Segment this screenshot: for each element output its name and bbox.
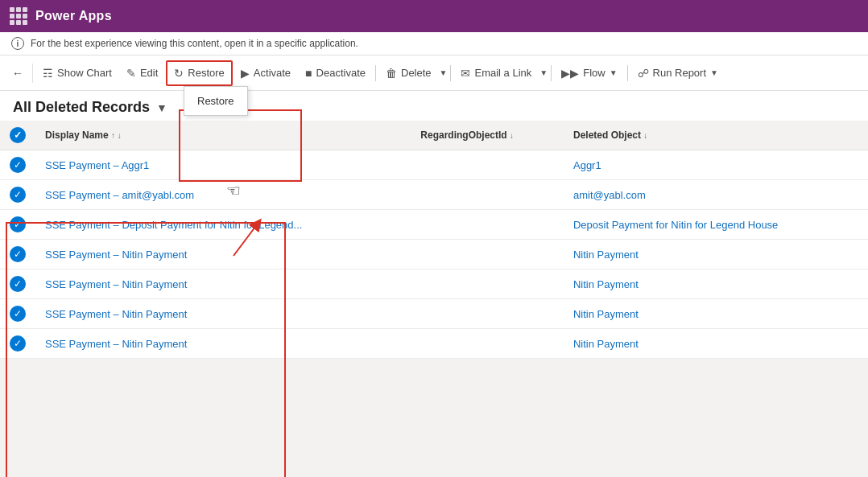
report-icon: ☍ — [638, 67, 649, 80]
check-icon[interactable]: ✓ — [10, 276, 26, 292]
restore-tooltip: Restore — [184, 86, 248, 116]
row-deleted-object[interactable]: Aggr1 — [564, 150, 868, 180]
header-checkbox[interactable]: ✓ — [10, 127, 26, 143]
display-name-link[interactable]: SSE Payment – Deposit Payment for Nitin … — [45, 219, 302, 231]
row-regarding-object-id — [411, 299, 564, 329]
row-regarding-object-id — [411, 329, 564, 359]
row-regarding-object-id — [411, 150, 564, 180]
row-regarding-object-id — [411, 180, 564, 210]
restore-tooltip-item[interactable]: Restore — [184, 90, 247, 112]
check-icon[interactable]: ✓ — [10, 335, 26, 352]
show-chart-button[interactable]: ☶ Show Chart — [36, 60, 118, 86]
flow-button[interactable]: ▶▶ Flow ▼ — [555, 60, 623, 86]
top-bar: Power Apps — [0, 0, 868, 32]
data-table: ✓ Display Name ↑ ↓ RegardingObjectId ↓ D… — [0, 121, 868, 359]
row-display-name[interactable]: SSE Payment – Nitin Payment — [35, 269, 411, 299]
report-dropdown-arrow: ▼ — [710, 68, 718, 77]
edit-button[interactable]: ✎ Edit — [120, 60, 164, 86]
row-deleted-object[interactable]: Nitin Payment — [564, 299, 868, 329]
row-check-cell[interactable]: ✓ — [0, 329, 35, 359]
check-icon[interactable]: ✓ — [10, 306, 26, 322]
table-row: ✓SSE Payment – Nitin PaymentNitin Paymen… — [0, 299, 868, 329]
deleted-object-link[interactable]: Nitin Payment — [573, 308, 639, 320]
pipe-3 — [551, 65, 552, 81]
app-launcher-icon[interactable] — [10, 7, 27, 25]
deleted-object-link[interactable]: Aggr1 — [573, 159, 601, 171]
deactivate-label: Deactivate — [316, 67, 366, 79]
deleted-object-link[interactable]: Nitin Payment — [573, 338, 639, 350]
row-check-cell[interactable]: ✓ — [0, 299, 35, 329]
deactivate-icon: ■ — [305, 67, 312, 80]
edit-icon: ✎ — [126, 67, 136, 80]
delete-button[interactable]: 🗑 Delete — [379, 60, 438, 86]
page-title: All Deleted Records — [13, 99, 150, 116]
restore-label: Restore — [188, 67, 225, 79]
check-icon[interactable]: ✓ — [10, 157, 26, 173]
table-row: ✓SSE Payment – Deposit Payment for Nitin… — [0, 210, 868, 240]
delete-icon: 🗑 — [386, 67, 397, 80]
deactivate-button[interactable]: ■ Deactivate — [299, 60, 372, 86]
display-name-link[interactable]: SSE Payment – Nitin Payment — [45, 249, 187, 261]
row-check-cell[interactable]: ✓ — [0, 269, 35, 299]
table-row: ✓SSE Payment – Nitin PaymentNitin Paymen… — [0, 269, 868, 299]
row-deleted-object[interactable]: Nitin Payment — [564, 240, 868, 269]
deleted-object-link[interactable]: Deposit Payment for Nitin for Legend Hou… — [573, 219, 778, 231]
back-button[interactable]: ← — [6, 62, 29, 84]
check-icon[interactable]: ✓ — [10, 187, 26, 203]
table-row: ✓SSE Payment – amit@yabl.comamit@yabl.co… — [0, 180, 868, 210]
row-check-cell[interactable]: ✓ — [0, 180, 35, 210]
restore-button[interactable]: ↻ Restore — [166, 60, 233, 86]
page-title-dropdown[interactable]: ▼ — [156, 101, 167, 114]
main-wrapper: All Deleted Records ▼ ✓ Display Name ↑ ↓… — [0, 91, 868, 359]
deleted-object-link[interactable]: Nitin Payment — [573, 249, 639, 261]
display-name-link[interactable]: SSE Payment – Nitin Payment — [45, 308, 187, 320]
sort-icon-display: ↑ ↓ — [111, 131, 122, 140]
edit-label: Edit — [140, 67, 158, 79]
run-report-label: Run Report — [653, 67, 706, 79]
delete-dropdown-arrow[interactable]: ▼ — [440, 68, 448, 77]
row-deleted-object[interactable]: Nitin Payment — [564, 329, 868, 359]
show-chart-label: Show Chart — [57, 67, 112, 79]
sort-icon-deleted: ↓ — [643, 131, 647, 140]
header-display-name[interactable]: Display Name ↑ ↓ — [35, 121, 411, 150]
row-check-cell[interactable]: ✓ — [0, 240, 35, 269]
flow-dropdown-arrow: ▼ — [610, 68, 618, 77]
app-title: Power Apps — [35, 9, 112, 23]
command-bar: ← ☶ Show Chart ✎ Edit ↻ Restore ▶ Activa… — [0, 56, 868, 91]
run-report-button[interactable]: ☍ Run Report ▼ — [631, 60, 725, 86]
header-check[interactable]: ✓ — [0, 121, 35, 150]
activate-label: Activate — [254, 67, 291, 79]
display-name-link[interactable]: SSE Payment – amit@yabl.com — [45, 189, 194, 201]
table-row: ✓SSE Payment – Nitin PaymentNitin Paymen… — [0, 240, 868, 269]
activate-button[interactable]: ▶ Activate — [234, 60, 297, 86]
info-message: For the best experience viewing this con… — [31, 38, 358, 49]
row-display-name[interactable]: SSE Payment – amit@yabl.com — [35, 180, 411, 210]
row-regarding-object-id — [411, 269, 564, 299]
pipe-4 — [627, 65, 628, 81]
check-icon[interactable]: ✓ — [10, 216, 26, 232]
row-deleted-object[interactable]: Deposit Payment for Nitin for Legend Hou… — [564, 210, 868, 240]
deleted-object-link[interactable]: Nitin Payment — [573, 278, 639, 290]
row-display-name[interactable]: SSE Payment – Nitin Payment — [35, 299, 411, 329]
display-name-link[interactable]: SSE Payment – Nitin Payment — [45, 338, 187, 350]
display-name-link[interactable]: SSE Payment – Nitin Payment — [45, 278, 187, 290]
row-deleted-object[interactable]: Nitin Payment — [564, 269, 868, 299]
row-deleted-object[interactable]: amit@yabl.com — [564, 180, 868, 210]
deleted-object-link[interactable]: amit@yabl.com — [573, 189, 646, 201]
display-name-link[interactable]: SSE Payment – Aggr1 — [45, 159, 149, 171]
header-regarding-object-id[interactable]: RegardingObjectId ↓ — [411, 121, 564, 150]
row-display-name[interactable]: SSE Payment – Nitin Payment — [35, 329, 411, 359]
check-icon[interactable]: ✓ — [10, 246, 26, 262]
table-body: ✓SSE Payment – Aggr1Aggr1✓SSE Payment – … — [0, 150, 868, 359]
row-check-cell[interactable]: ✓ — [0, 210, 35, 240]
row-regarding-object-id — [411, 210, 564, 240]
row-display-name[interactable]: SSE Payment – Aggr1 — [35, 150, 411, 180]
row-display-name[interactable]: SSE Payment – Nitin Payment — [35, 240, 411, 269]
email-dropdown-arrow[interactable]: ▼ — [539, 68, 548, 77]
header-deleted-object[interactable]: Deleted Object ↓ — [564, 121, 868, 150]
row-regarding-object-id — [411, 240, 564, 269]
row-check-cell[interactable]: ✓ — [0, 150, 35, 180]
row-display-name[interactable]: SSE Payment – Deposit Payment for Nitin … — [35, 210, 411, 240]
email-link-button[interactable]: ✉ Email a Link — [454, 60, 538, 86]
pipe-2 — [450, 65, 451, 81]
